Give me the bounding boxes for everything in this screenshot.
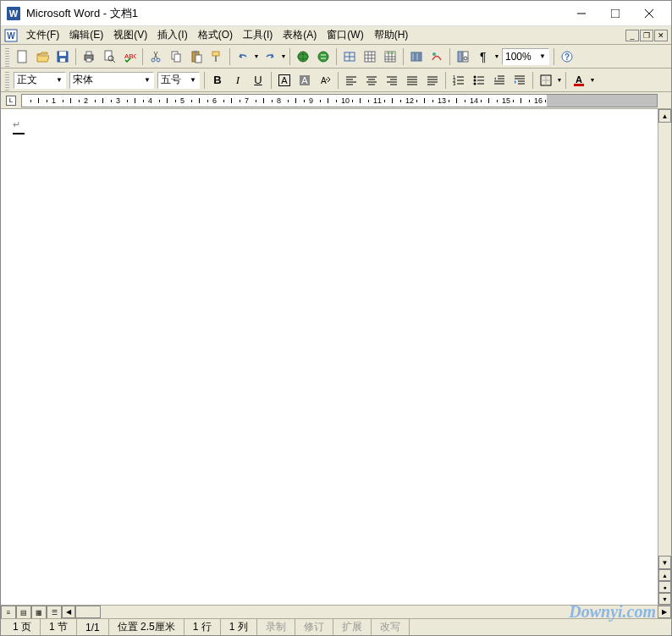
doc-map-button[interactable] (454, 47, 472, 66)
menu-help[interactable]: 帮助(H) (369, 28, 414, 42)
align-center-button[interactable] (362, 71, 381, 90)
align-left-button[interactable] (342, 71, 361, 90)
doc-control-icon[interactable]: W (4, 29, 18, 42)
font-combo[interactable]: 宋体 ▼ (69, 72, 154, 89)
align-distribute-button[interactable] (423, 71, 442, 90)
save-button[interactable] (53, 47, 72, 66)
zoom-value: 100% (505, 51, 532, 63)
borders-button[interactable] (537, 71, 555, 90)
bold-button[interactable]: B (208, 71, 227, 90)
svg-rect-10 (59, 52, 66, 56)
insert-table-button[interactable] (361, 47, 379, 66)
char-scaling-button[interactable]: A (316, 71, 334, 90)
spellcheck-button[interactable]: ABC (120, 47, 139, 66)
hscroll-track[interactable] (75, 606, 658, 618)
menu-view[interactable]: 视图(V) (108, 28, 152, 42)
font-value: 宋体 (73, 73, 93, 87)
menu-insert[interactable]: 插入(I) (152, 28, 192, 42)
char-border-button[interactable]: A (275, 71, 294, 90)
svg-text:3: 3 (453, 81, 456, 86)
vscroll-track[interactable] (658, 123, 671, 556)
bullets-button[interactable] (470, 71, 488, 90)
status-rec[interactable]: 录制 (257, 619, 295, 635)
close-button[interactable] (632, 1, 666, 26)
print-preview-button[interactable] (100, 47, 118, 66)
font-size-combo[interactable]: 五号 ▼ (157, 72, 200, 89)
status-ext[interactable]: 扩展 (333, 619, 372, 635)
vertical-scrollbar[interactable]: ▲ ▼ ▲ ● ▼ (658, 109, 671, 605)
prev-page-button[interactable]: ▲ (658, 569, 671, 581)
status-position: 位置 2.5厘米 (109, 619, 185, 635)
undo-dropdown[interactable]: ▼ (253, 53, 260, 59)
next-page-button[interactable]: ▼ (658, 593, 671, 605)
svg-point-31 (318, 52, 328, 62)
hscroll-thumb[interactable] (75, 606, 101, 618)
increase-indent-button[interactable] (510, 71, 529, 90)
font-color-button[interactable]: A (570, 71, 588, 90)
mdi-restore-button[interactable]: ❐ (640, 30, 653, 41)
redo-button[interactable] (261, 47, 279, 66)
italic-button[interactable]: I (229, 71, 247, 90)
excel-button[interactable] (381, 47, 399, 66)
hyperlink-button[interactable] (294, 47, 312, 66)
print-layout-view-button[interactable]: ▦ (31, 606, 47, 619)
borders-dropdown[interactable]: ▼ (556, 77, 563, 83)
svg-rect-14 (86, 58, 91, 62)
svg-rect-22 (174, 54, 180, 62)
mdi-minimize-button[interactable]: _ (625, 30, 639, 41)
minimize-button[interactable] (565, 1, 598, 26)
cut-button[interactable] (146, 47, 165, 66)
horizontal-ruler[interactable]: 1234567891011121314151617 (21, 94, 658, 107)
toolbar-grip[interactable] (5, 47, 9, 67)
decrease-indent-button[interactable] (490, 71, 509, 90)
scroll-down-button[interactable]: ▼ (658, 556, 671, 569)
menu-format[interactable]: 格式(O) (193, 28, 238, 42)
browse-object-button[interactable]: ● (658, 581, 671, 593)
status-ovr[interactable]: 改写 (372, 619, 410, 635)
tab-selector[interactable]: L (6, 96, 16, 106)
menu-table[interactable]: 表格(A) (278, 28, 322, 42)
toolbar-grip[interactable] (5, 70, 9, 90)
scroll-left-button[interactable]: ◀ (62, 606, 75, 618)
underline-button[interactable]: U (249, 71, 267, 90)
scroll-up-button[interactable]: ▲ (658, 109, 671, 123)
tables-borders-button[interactable] (340, 47, 359, 66)
align-justify-button[interactable] (403, 71, 421, 90)
menu-file[interactable]: 文件(F) (21, 28, 64, 42)
open-button[interactable] (33, 47, 52, 66)
horizontal-scrollbar[interactable]: ◀ ▶ (62, 606, 671, 618)
char-shading-button[interactable]: A (295, 71, 314, 90)
outline-view-button[interactable]: ☰ (47, 606, 62, 619)
svg-text:?: ? (565, 52, 570, 62)
paste-button[interactable] (187, 47, 206, 66)
mdi-close-button[interactable]: ✕ (654, 30, 668, 41)
web-toolbar-button[interactable] (314, 47, 333, 66)
format-painter-button[interactable] (207, 47, 226, 66)
copy-button[interactable] (167, 47, 185, 66)
new-doc-button[interactable] (13, 47, 31, 66)
menu-window[interactable]: 窗口(W) (322, 28, 368, 42)
drawing-button[interactable] (427, 47, 446, 66)
show-hide-dropdown[interactable]: ▼ (493, 53, 500, 59)
print-button[interactable] (80, 47, 98, 66)
columns-button[interactable] (407, 47, 426, 66)
help-button[interactable]: ? (558, 47, 576, 66)
undo-button[interactable] (234, 47, 252, 66)
show-hide-button[interactable]: ¶ (474, 47, 493, 66)
redo-dropdown[interactable]: ▼ (280, 53, 287, 59)
font-color-dropdown[interactable]: ▼ (589, 77, 596, 83)
document-area[interactable]: ↵ (1, 109, 658, 605)
status-section: 1 节 (41, 619, 77, 635)
normal-view-button[interactable]: ≡ (1, 606, 16, 619)
scroll-right-button[interactable]: ▶ (658, 606, 671, 618)
align-right-button[interactable] (383, 71, 401, 90)
style-combo[interactable]: 正文 ▼ (14, 72, 66, 89)
numbering-button[interactable]: 123 (449, 71, 468, 90)
status-rev[interactable]: 修订 (295, 619, 333, 635)
zoom-combo[interactable]: 100% ▼ (502, 48, 549, 65)
svg-rect-46 (411, 52, 415, 61)
maximize-button[interactable] (598, 1, 632, 26)
web-layout-view-button[interactable]: ▤ (16, 606, 31, 619)
menu-tools[interactable]: 工具(I) (238, 28, 278, 42)
menu-edit[interactable]: 编辑(E) (64, 28, 108, 42)
